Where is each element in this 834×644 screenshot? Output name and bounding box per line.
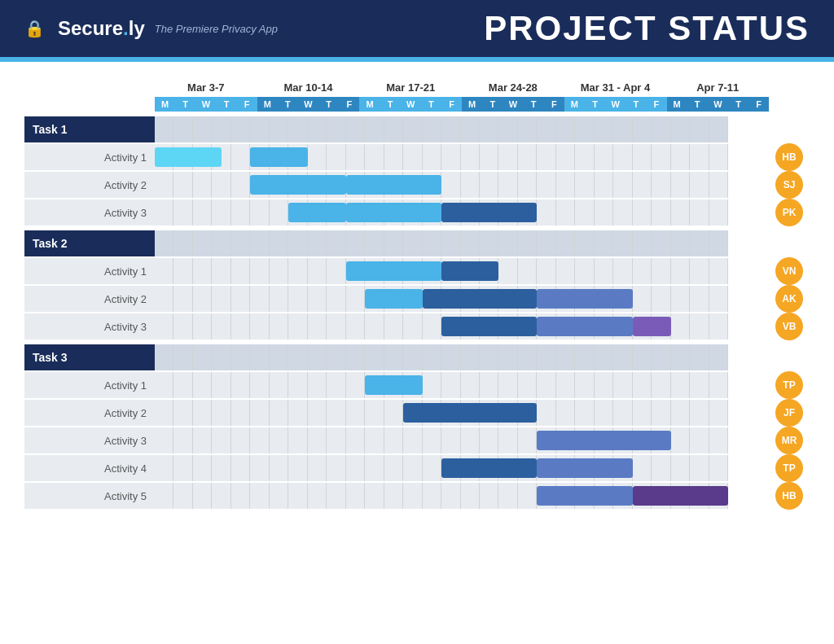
activity-label: Activity 3 [24,199,155,226]
activity-label: Activity 2 [24,172,155,198]
activity-cells [155,427,728,453]
day-cell: F [339,97,359,112]
page-title: PROJECT STATUS [484,9,810,48]
activity-row: Activity 3VB [24,313,810,340]
gantt-bar [250,147,307,167]
task-header-row: Task 3 [24,344,810,370]
activity-cells [155,483,728,509]
day-cell: F [646,97,666,112]
avatar: AK [775,285,803,313]
day-cell: F [748,97,769,112]
activity-row: Activity 1HB [24,144,810,170]
avatar: MR [775,427,803,454]
activity-cells [155,144,728,170]
gantt-bar [365,289,422,309]
day-cell: T [175,97,195,112]
gantt-bar [365,375,422,395]
avatar: VN [775,257,803,285]
avatar: HB [775,143,803,171]
task-label: Task 3 [24,344,155,370]
activity-label: Activity 1 [24,372,155,398]
activity-label: Activity 1 [24,144,155,170]
activity-cells [155,199,728,226]
week-4: Mar 24-28 [462,78,564,97]
gantt-bar [403,403,537,423]
gantt-bar [537,486,632,506]
activity-label: Activity 4 [24,455,155,481]
day-cell: T [626,97,646,112]
logo-text: Secure.ly [58,17,145,40]
lock-icon: 🔒 [24,19,45,38]
day-cell: W [708,97,728,112]
day-cell: F [237,97,257,112]
activity-label: Activity 2 [24,400,155,426]
task-label: Task 2 [24,230,155,256]
week-2: Mar 10-14 [257,78,360,97]
day-cell: T [585,97,605,112]
activity-cells [155,455,728,481]
logo-area: 🔒 Secure.ly The Premiere Privacy App [24,17,278,40]
activity-row: Activity 2AK [24,286,810,312]
activity-row: Activity 2SJ [24,172,810,198]
activity-row: Activity 1TP [24,372,810,398]
activity-cells [155,258,728,284]
day-cell: T [216,97,236,112]
gantt-bar [441,317,537,336]
day-cell: T [380,97,401,112]
activity-row: Activity 3PK [24,199,810,226]
activity-label: Activity 3 [24,313,155,340]
day-cell: T [728,97,748,112]
task-row-cells [155,230,728,256]
avatar: JF [775,399,803,427]
task-row-cells [155,116,728,142]
gantt-bar [537,431,670,450]
day-cell: W [503,97,523,112]
header: 🔒 Secure.ly The Premiere Privacy App PRO… [0,0,834,57]
day-cell: M [564,97,585,112]
day-cell: W [605,97,626,112]
activity-row: Activity 1VN [24,258,810,284]
day-headers: MTWTFMTWTFMTWTFMTWTFMTWTFMTWTF [155,97,769,112]
week-1: Mar 3-7 [155,78,257,97]
activity-cells [155,400,728,426]
logo-ly: ly [129,17,145,39]
day-cell: M [155,97,175,112]
gantt-chart: Mar 3-7 Mar 10-14 Mar 17-21 Mar 24-28 Ma… [24,78,810,509]
activity-label: Activity 1 [24,258,155,284]
task-row-cells [155,344,728,370]
day-cell: T [687,97,708,112]
gantt-bar [633,317,671,336]
gantt-bar [250,175,345,195]
day-cell: T [524,97,544,112]
activity-row: Activity 3MR [24,427,810,453]
day-cell: M [359,97,380,112]
task-header-row: Task 2 [24,230,810,256]
day-cell: F [544,97,564,112]
logo-secure: Secure [58,17,123,39]
day-cell: T [482,97,503,112]
gantt-bar [155,147,222,167]
day-cell: T [278,97,298,112]
activity-cells [155,313,728,340]
task-label: Task 1 [24,116,155,142]
activity-cells [155,372,728,398]
task-header-row: Task 1 [24,116,810,142]
day-cell: W [401,97,421,112]
avatar: PK [775,199,803,226]
gantt-bar [633,486,728,506]
tagline: The Premiere Privacy App [155,23,278,35]
day-cell: M [257,97,278,112]
day-cell: F [441,97,462,112]
activity-row: Activity 5HB [24,483,810,509]
activity-row: Activity 2JF [24,400,810,426]
activity-cells [155,286,728,312]
day-cell: M [667,97,687,112]
activity-label: Activity 5 [24,483,155,509]
gantt-rows: Task 1Activity 1HBActivity 2SJActivity 3… [24,116,810,509]
week-6: Apr 7-11 [666,78,769,97]
gantt-bar [441,203,537,222]
avatar: TP [775,371,803,399]
gantt-bar [537,317,632,336]
activity-label: Activity 2 [24,286,155,312]
week-headers: Mar 3-7 Mar 10-14 Mar 17-21 Mar 24-28 Ma… [155,78,769,97]
